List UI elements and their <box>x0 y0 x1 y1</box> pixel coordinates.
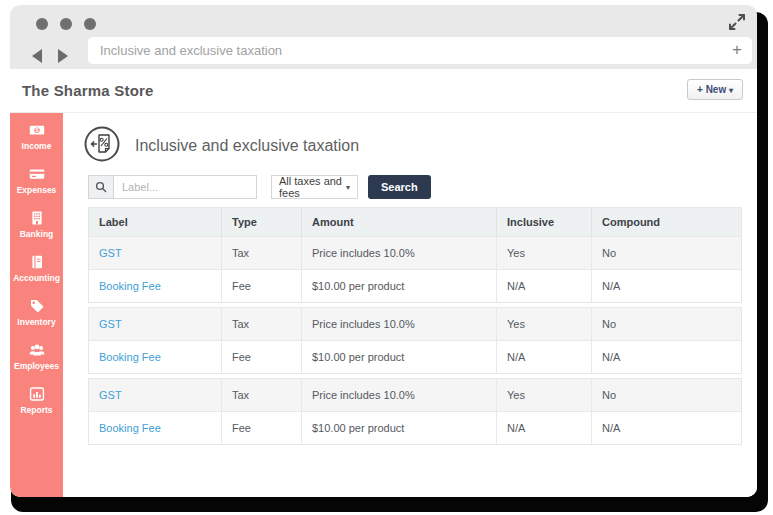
cell-inclusive: N/A <box>497 341 592 374</box>
sidebar-nav: $ Income Expenses <box>10 113 63 497</box>
new-tab-button[interactable]: + <box>732 37 742 63</box>
cell-amount: Price includes 10.0% <box>302 237 497 270</box>
cell-compound: N/A <box>592 412 742 445</box>
sidebar-item-label: Income <box>22 141 52 151</box>
cell-amount: $10.00 per product <box>302 412 497 445</box>
cell-type: Tax <box>222 308 302 341</box>
column-header-label: Label <box>89 208 222 237</box>
expand-window-icon[interactable] <box>727 12 747 32</box>
taxation-page-icon <box>83 125 121 167</box>
cell-type: Fee <box>222 270 302 303</box>
tax-type-select-value: All taxes and fees <box>279 175 346 199</box>
cell-type: Tax <box>222 237 302 270</box>
sidebar-item-inventory[interactable]: Inventory <box>10 297 63 341</box>
traffic-light-dot[interactable] <box>60 18 72 30</box>
cell-type: Fee <box>222 341 302 374</box>
search-button[interactable]: Search <box>368 175 431 199</box>
table-row: GST Tax Price includes 10.0% Yes No <box>89 308 742 341</box>
taxes-table-section: Label Type Amount Inclusive Compound GST… <box>88 207 742 303</box>
chevron-down-icon: ▾ <box>729 86 733 95</box>
browser-chrome: Inclusive and exclusive taxation + <box>10 5 757 69</box>
back-button[interactable] <box>32 49 42 63</box>
forward-button[interactable] <box>58 49 68 63</box>
column-header-amount: Amount <box>302 208 497 237</box>
page-title: Inclusive and exclusive taxation <box>135 137 359 155</box>
traffic-light-dot[interactable] <box>36 18 48 30</box>
ledger-book-icon <box>28 253 46 271</box>
store-name: The Sharma Store <box>22 82 154 99</box>
address-bar[interactable]: Inclusive and exclusive taxation + <box>88 37 752 64</box>
sidebar-item-label: Inventory <box>17 317 55 327</box>
bar-chart-icon <box>28 385 46 403</box>
table-header-row: Label Type Amount Inclusive Compound <box>89 208 742 237</box>
cell-inclusive: N/A <box>497 270 592 303</box>
tax-type-select[interactable]: All taxes and fees ▾ <box>271 175 358 199</box>
browser-window: Inclusive and exclusive taxation + The S… <box>10 5 757 497</box>
svg-text:$: $ <box>35 127 38 133</box>
sidebar-item-expenses[interactable]: Expenses <box>10 165 63 209</box>
app-header: The Sharma Store + New ▾ <box>10 69 757 113</box>
label-search-input[interactable] <box>113 175 257 199</box>
cell-inclusive: Yes <box>497 237 592 270</box>
sidebar-item-banking[interactable]: Banking <box>10 209 63 253</box>
table-row: Booking Fee Fee $10.00 per product N/A N… <box>89 341 742 374</box>
employees-icon <box>28 341 46 359</box>
main-content: Inclusive and exclusive taxation All tax… <box>63 113 757 497</box>
chevron-down-icon: ▾ <box>346 183 350 192</box>
price-tag-icon <box>28 297 46 315</box>
cell-compound: N/A <box>592 270 742 303</box>
taxes-table-section: GST Tax Price includes 10.0% Yes No Book… <box>88 307 742 374</box>
bank-building-icon <box>28 209 46 227</box>
sidebar-item-accounting[interactable]: Accounting <box>10 253 63 297</box>
column-header-compound: Compound <box>592 208 742 237</box>
cell-amount: Price includes 10.0% <box>302 379 497 412</box>
search-icon <box>88 175 113 199</box>
cell-inclusive: N/A <box>497 412 592 445</box>
sidebar-item-label: Reports <box>20 405 52 415</box>
taxes-table-section: GST Tax Price includes 10.0% Yes No Book… <box>88 378 742 445</box>
new-button[interactable]: + New ▾ <box>687 79 743 100</box>
cell-amount: $10.00 per product <box>302 341 497 374</box>
table-row: GST Tax Price includes 10.0% Yes No <box>89 237 742 270</box>
cell-compound: N/A <box>592 341 742 374</box>
sidebar-item-reports[interactable]: Reports <box>10 385 63 429</box>
cell-amount: $10.00 per product <box>302 270 497 303</box>
tax-link[interactable]: GST <box>99 389 122 401</box>
cell-inclusive: Yes <box>497 308 592 341</box>
banknote-icon: $ <box>28 121 46 139</box>
sidebar-item-label: Banking <box>20 229 54 239</box>
column-header-inclusive: Inclusive <box>497 208 592 237</box>
traffic-light-dot[interactable] <box>84 18 96 30</box>
sidebar-item-employees[interactable]: Employees <box>10 341 63 385</box>
page-title-row: Inclusive and exclusive taxation <box>83 125 359 167</box>
cell-compound: No <box>592 308 742 341</box>
column-header-type: Type <box>222 208 302 237</box>
filter-toolbar: All taxes and fees ▾ Search <box>88 175 431 199</box>
table-row: GST Tax Price includes 10.0% Yes No <box>89 379 742 412</box>
cell-type: Tax <box>222 379 302 412</box>
fee-link[interactable]: Booking Fee <box>99 280 161 292</box>
cell-type: Fee <box>222 412 302 445</box>
taxes-table-area: Label Type Amount Inclusive Compound GST… <box>88 207 741 449</box>
sidebar-item-label: Employees <box>14 361 59 371</box>
new-button-label: + New <box>697 84 726 95</box>
address-bar-text: Inclusive and exclusive taxation <box>100 43 282 58</box>
cell-inclusive: Yes <box>497 379 592 412</box>
cell-compound: No <box>592 379 742 412</box>
cell-amount: Price includes 10.0% <box>302 308 497 341</box>
credit-card-icon <box>28 165 46 183</box>
sidebar-item-label: Accounting <box>13 273 60 283</box>
tax-link[interactable]: GST <box>99 318 122 330</box>
table-row: Booking Fee Fee $10.00 per product N/A N… <box>89 270 742 303</box>
table-row: Booking Fee Fee $10.00 per product N/A N… <box>89 412 742 445</box>
fee-link[interactable]: Booking Fee <box>99 422 161 434</box>
tax-link[interactable]: GST <box>99 247 122 259</box>
sidebar-item-label: Expenses <box>17 185 57 195</box>
sidebar-item-income[interactable]: $ Income <box>10 121 63 165</box>
cell-compound: No <box>592 237 742 270</box>
fee-link[interactable]: Booking Fee <box>99 351 161 363</box>
